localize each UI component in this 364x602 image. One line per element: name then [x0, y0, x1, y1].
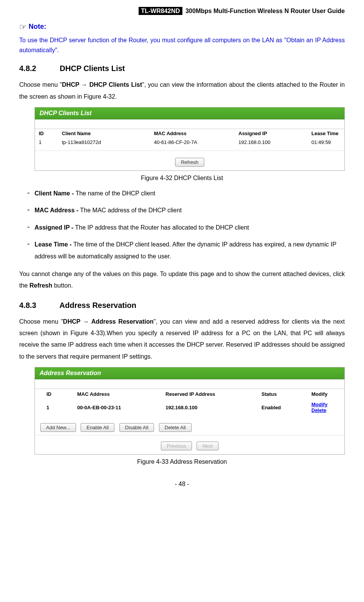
- section-title: DHCP Clients List: [60, 64, 125, 73]
- address-reservation-table: ID MAC Address Reserved IP Address Statu…: [35, 389, 344, 415]
- figure-footer: Refresh: [35, 150, 344, 170]
- note-label: Note:: [28, 23, 46, 30]
- enable-all-button[interactable]: Enable All: [81, 423, 114, 432]
- section1-intro: Choose menu "DHCP → DHCP Clients List", …: [19, 79, 345, 103]
- section-title: Address Reservation: [60, 301, 136, 309]
- note-text: To use the DHCP server function of the R…: [19, 35, 345, 55]
- nav-row: Previous Next: [35, 435, 344, 454]
- section-heading-address-reservation: 4.8.3 Address Reservation: [19, 301, 345, 310]
- model-badge: TL-WR842ND: [139, 7, 182, 15]
- guide-title: 300Mbps Multi-Function Wireless N Router…: [185, 8, 345, 14]
- modify-link[interactable]: Modify: [311, 402, 328, 407]
- figure-title-bar: Address Reservation: [35, 367, 344, 379]
- list-item: Assigned IP - The IP address that the Ro…: [27, 222, 345, 233]
- pointing-hand-icon: ☞: [19, 22, 27, 32]
- dhcp-clients-table: ID Client Name MAC Address Assigned IP L…: [35, 129, 344, 147]
- table-header-row: ID MAC Address Reserved IP Address Statu…: [35, 389, 344, 399]
- figure-title-bar: DHCP Clients List: [35, 108, 344, 119]
- section-number: 4.8.3: [19, 301, 58, 310]
- list-item: Client Name - The name of the DHCP clien…: [27, 188, 345, 199]
- figure1-caption: Figure 4-32 DHCP Clients List: [19, 175, 345, 182]
- previous-button[interactable]: Previous: [161, 442, 192, 450]
- delete-all-button[interactable]: Delete All: [159, 423, 192, 432]
- table-header-row: ID Client Name MAC Address Assigned IP L…: [35, 129, 344, 138]
- next-button[interactable]: Next: [197, 442, 218, 450]
- add-new-button[interactable]: Add New...: [40, 423, 76, 432]
- figure-address-reservation: Address Reservation ID MAC Address Reser…: [35, 367, 345, 455]
- delete-link[interactable]: Delete: [311, 407, 326, 413]
- section-heading-dhcp-clients: 4.8.2 DHCP Clients List: [19, 64, 345, 73]
- disable-all-button[interactable]: Disable All: [119, 423, 154, 432]
- section2-intro: Choose menu "DHCP → Address Reservation"…: [19, 316, 345, 363]
- table-row: 1 tp-113ea910272d 40-61-86-CF-20-7A 192.…: [35, 138, 344, 147]
- button-row: Add New... Enable All Disable All Delete…: [35, 415, 344, 435]
- list-item: Lease Time - The time of the DHCP client…: [27, 239, 345, 262]
- section-number: 4.8.2: [19, 64, 58, 73]
- refresh-paragraph: You cannot change any of the values on t…: [19, 268, 345, 292]
- definitions-list: Client Name - The name of the DHCP clien…: [19, 188, 345, 262]
- page-header: TL-WR842ND 300Mbps Multi-Function Wirele…: [19, 8, 345, 15]
- page-number: - 48 -: [19, 481, 345, 488]
- figure-dhcp-clients: DHCP Clients List ID Client Name MAC Add…: [35, 107, 345, 171]
- note-block: ☞ Note: To use the DHCP server function …: [19, 22, 345, 55]
- refresh-button[interactable]: Refresh: [175, 158, 204, 167]
- list-item: MAC Address - The MAC address of the DHC…: [27, 205, 345, 216]
- figure2-caption: Figure 4-33 Address Reservation: [19, 458, 345, 465]
- table-row: 1 00-0A-EB-00-23-11 192.168.0.100 Enable…: [35, 399, 344, 415]
